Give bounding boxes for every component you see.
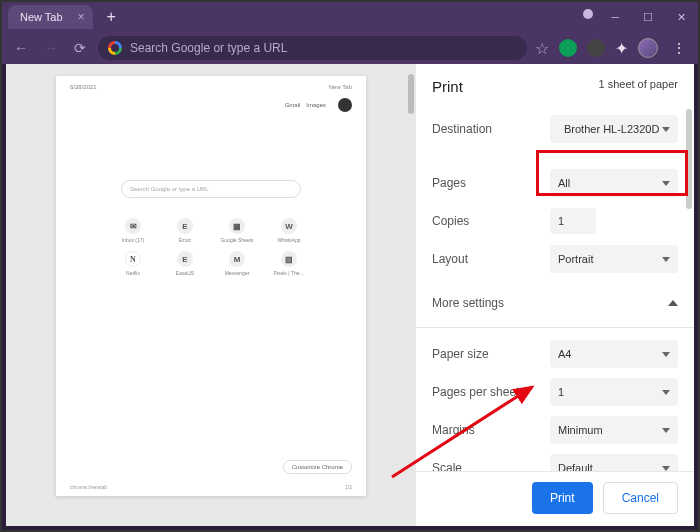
chevron-down-icon xyxy=(662,181,670,186)
forward-button: → xyxy=(40,38,62,58)
google-icon xyxy=(108,41,122,55)
profile-avatar[interactable] xyxy=(638,38,658,58)
back-button[interactable]: ← xyxy=(10,38,32,58)
preview-avatar xyxy=(338,98,352,112)
preview-title: New Tab xyxy=(329,84,352,90)
preview-images-link: Images xyxy=(306,102,326,108)
browser-tab[interactable]: New Tab × xyxy=(8,5,93,29)
chevron-down-icon xyxy=(662,466,670,471)
print-title: Print xyxy=(432,78,463,95)
new-tab-button[interactable]: + xyxy=(101,8,122,26)
preview-date: 6/28/2021 xyxy=(70,84,97,90)
omnibox-placeholder: Search Google or type a URL xyxy=(130,41,287,55)
layout-select[interactable]: Portrait xyxy=(550,245,678,273)
pages-per-sheet-label: Pages per sheet xyxy=(432,385,519,399)
chevron-up-icon xyxy=(668,300,678,306)
panel-scrollbar[interactable] xyxy=(686,109,692,209)
address-bar[interactable]: Search Google or type a URL xyxy=(98,36,527,60)
margins-label: Margins xyxy=(432,423,475,437)
preview-scrollbar[interactable] xyxy=(408,74,414,114)
paper-size-label: Paper size xyxy=(432,347,489,361)
window-controls: ─ ☐ ✕ xyxy=(583,9,692,26)
scale-label: Scale xyxy=(432,461,462,471)
reload-button[interactable]: ⟳ xyxy=(70,38,90,58)
tab-title: New Tab xyxy=(20,11,63,23)
sheet-count: 1 sheet of paper xyxy=(598,78,678,95)
layout-label: Layout xyxy=(432,252,468,266)
print-preview-pane: 6/28/2021 New Tab Gmail Images Search Go… xyxy=(6,64,416,526)
chrome-menu-icon[interactable]: ⋮ xyxy=(668,40,690,56)
maximize-button[interactable]: ☐ xyxy=(637,9,659,26)
chevron-down-icon xyxy=(662,352,670,357)
close-tab-icon[interactable]: × xyxy=(78,10,85,24)
copies-input[interactable]: 1 xyxy=(550,208,596,234)
preview-shortcuts-grid: ✉Inbox (17) EEzoic ▦Google Sheets WWhats… xyxy=(70,218,352,276)
chevron-down-icon xyxy=(662,127,670,132)
browser-toolbar: ← → ⟳ Search Google or type a URL ☆ ✦ ⋮ xyxy=(2,32,698,64)
copies-label: Copies xyxy=(432,214,469,228)
extension-icon[interactable] xyxy=(587,39,605,57)
preview-page: 6/28/2021 New Tab Gmail Images Search Go… xyxy=(56,76,366,496)
chevron-down-icon xyxy=(662,257,670,262)
cancel-button[interactable]: Cancel xyxy=(603,482,678,514)
preview-customize-button: Customize Chrome xyxy=(283,460,352,474)
paper-size-select[interactable]: A4 xyxy=(550,340,678,368)
margins-select[interactable]: Minimum xyxy=(550,416,678,444)
bookmark-icon[interactable]: ☆ xyxy=(535,39,549,58)
print-dialog-panel: Print 1 sheet of paper Destination Broth… xyxy=(416,64,694,526)
pages-label: Pages xyxy=(432,176,466,190)
dialog-footer: Print Cancel xyxy=(416,471,694,526)
extension-grammarly-icon[interactable] xyxy=(559,39,577,57)
destination-label: Destination xyxy=(432,122,492,136)
window-titlebar: New Tab × + ─ ☐ ✕ xyxy=(2,2,698,32)
scale-select[interactable]: Default xyxy=(550,454,678,471)
extensions-menu-icon[interactable]: ✦ xyxy=(615,39,628,58)
preview-gmail-link: Gmail xyxy=(285,102,301,108)
pages-per-sheet-select[interactable]: 1 xyxy=(550,378,678,406)
preview-search-box: Search Google or type a URL xyxy=(121,180,301,198)
destination-select[interactable]: Brother HL-L2320D se xyxy=(550,115,678,143)
close-window-button[interactable]: ✕ xyxy=(671,9,692,26)
record-icon[interactable] xyxy=(583,9,593,19)
more-settings-toggle[interactable]: More settings xyxy=(432,283,678,323)
minimize-button[interactable]: ─ xyxy=(605,9,625,26)
divider xyxy=(416,327,694,328)
content-area: 6/28/2021 New Tab Gmail Images Search Go… xyxy=(6,64,694,526)
pages-select[interactable]: All xyxy=(550,169,678,197)
extension-area: ☆ ✦ ⋮ xyxy=(535,38,690,58)
chevron-down-icon xyxy=(662,428,670,433)
chevron-down-icon xyxy=(662,390,670,395)
print-button[interactable]: Print xyxy=(532,482,593,514)
